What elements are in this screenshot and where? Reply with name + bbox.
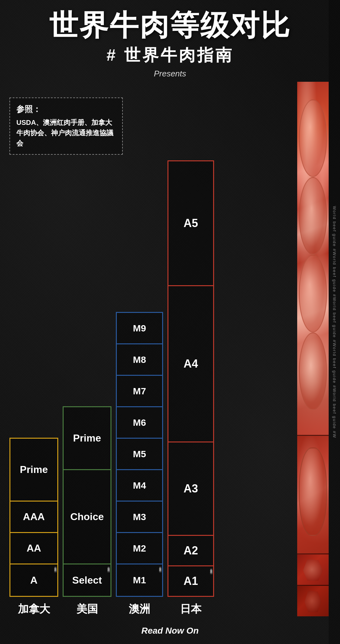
canada-prime: Prime bbox=[10, 439, 57, 502]
aus-m6: M6 bbox=[117, 407, 162, 439]
japan-label: 日本 bbox=[180, 602, 201, 616]
presents-text: Presents bbox=[6, 69, 334, 79]
aus-m2: M2 bbox=[117, 533, 162, 564]
footer-text: Read Now On bbox=[0, 616, 340, 642]
aus-m1: M1 世界牛肉指南世界牛肉指南 bbox=[117, 564, 162, 596]
aus-m7: M7 bbox=[117, 376, 162, 407]
aus-m4: M4 bbox=[117, 470, 162, 502]
japan-a5: A5 bbox=[167, 160, 214, 286]
japan-column: A5 A4 A3 A2 A1 世界牛肉指南世界牛肉指南 日本 bbox=[167, 160, 214, 616]
australia-label: 澳洲 bbox=[129, 602, 150, 616]
japan-grades-box: A5 A4 A3 A2 A1 世界牛肉指南世界牛肉指南 bbox=[167, 160, 214, 597]
usa-choice: Choice bbox=[64, 470, 110, 564]
steak-strip bbox=[297, 82, 329, 616]
japan-a3: A3 bbox=[167, 441, 214, 536]
aus-watermark: 世界牛肉指南世界牛肉指南 bbox=[157, 564, 162, 596]
main-title: 世界牛肉等级对比 bbox=[6, 9, 334, 41]
australia-grades-box: M9 M8 M7 M6 M5 M4 M3 M2 M1 世界牛肉指南世界牛肉指南 bbox=[116, 312, 163, 597]
japan-a4: A4 bbox=[167, 285, 214, 442]
aus-m3: M3 bbox=[117, 502, 162, 533]
canada-watermark: 世界牛肉指南世界牛肉指南 bbox=[52, 564, 57, 596]
canada-grades-box: Prime AAA AA A 世界牛肉指南世界牛肉指南 bbox=[9, 438, 58, 597]
japan-a1: A1 世界牛肉指南世界牛肉指南 bbox=[167, 565, 214, 597]
usa-prime: Prime bbox=[64, 407, 110, 470]
canada-label: 加拿大 bbox=[18, 602, 50, 616]
usa-select: Select 世界牛肉指南世界牛肉指南 bbox=[64, 564, 110, 596]
japan-watermark: 世界牛肉指南世界牛肉指南 bbox=[208, 566, 212, 596]
usa-grades-box: Prime Choice Select 世界牛肉指南世界牛肉指南 bbox=[63, 406, 111, 597]
canada-a: A 世界牛肉指南世界牛肉指南 bbox=[10, 564, 57, 596]
aus-m5: M5 bbox=[117, 439, 162, 470]
aus-m8: M8 bbox=[117, 344, 162, 376]
australia-column: M9 M8 M7 M6 M5 M4 M3 M2 M1 世界牛肉指南世界牛肉指南 … bbox=[116, 312, 163, 616]
usa-watermark: 世界牛肉指南世界牛肉指南 bbox=[105, 564, 110, 596]
japan-a2: A2 bbox=[167, 535, 214, 566]
canada-column: Prime AAA AA A 世界牛肉指南世界牛肉指南 加拿大 bbox=[9, 438, 58, 616]
canada-aa: AA bbox=[10, 533, 57, 564]
usa-label: 美国 bbox=[76, 602, 98, 616]
page-wrapper: World beef guide #World beef guide #Worl… bbox=[0, 0, 340, 644]
grade-columns: Prime AAA AA A 世界牛肉指南世界牛肉指南 加拿大 Prime Ch… bbox=[0, 160, 296, 616]
reference-body: USDA、澳洲红肉手册、加拿大牛肉协会、神户肉流通推進協議会 bbox=[16, 117, 116, 148]
aus-m9: M9 bbox=[117, 313, 162, 344]
canada-aaa: AAA bbox=[10, 502, 57, 533]
header: 世界牛肉等级对比 # 世界牛肉指南 Presents bbox=[0, 0, 340, 88]
reference-label: 参照： bbox=[16, 104, 116, 115]
subtitle: # 世界牛肉指南 bbox=[6, 44, 334, 66]
usa-column: Prime Choice Select 世界牛肉指南世界牛肉指南 美国 bbox=[63, 406, 111, 616]
reference-box: 参照： USDA、澳洲红肉手册、加拿大牛肉协会、神户肉流通推進協議会 bbox=[9, 97, 123, 155]
